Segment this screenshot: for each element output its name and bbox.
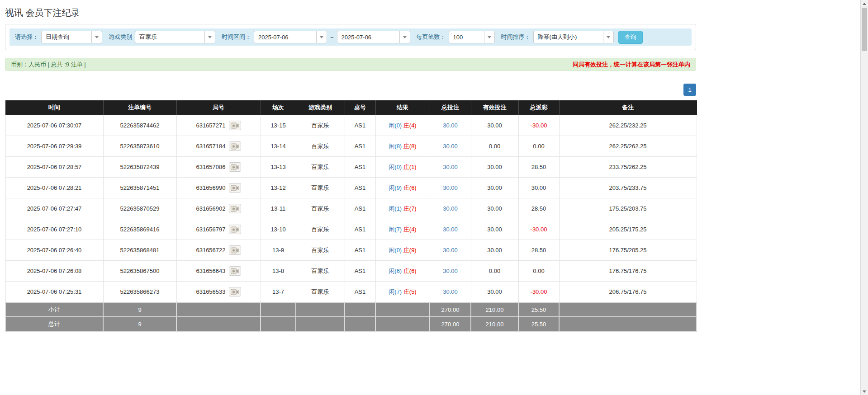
total-bet-link[interactable]: 30.00 — [443, 164, 458, 170]
round-number: 631656902 — [196, 205, 225, 212]
round-cell: 631657271 — [176, 115, 261, 136]
date-to-select[interactable]: 2025-07-06 — [337, 31, 410, 43]
scroll-up-icon[interactable] — [861, 0, 868, 7]
total-bet-link[interactable]: 30.00 — [443, 288, 458, 295]
date-from-select[interactable]: 2025-07-06 — [254, 31, 327, 43]
column-header: 桌号 — [345, 100, 375, 115]
page-size-dropdown-button[interactable] — [484, 31, 494, 43]
footer-payout: 25.50 — [518, 302, 559, 317]
total-bet-link[interactable]: 30.00 — [443, 143, 458, 150]
remark-cell: 205.25/175.25 — [559, 219, 697, 240]
game-type-cell: 百家乐 — [296, 240, 345, 261]
table-id-cell: AS1 — [345, 136, 375, 157]
bet-id-cell: 522635866273 — [103, 282, 176, 303]
time-sort-select[interactable]: 降幂(由大到小) — [533, 31, 614, 43]
table-row: 2025-07-06 07:28:57522635872439631657086… — [5, 157, 697, 178]
payout-cell: -30.00 — [518, 282, 559, 303]
replay-button[interactable] — [229, 121, 241, 130]
round-wrap: 631656797 — [196, 225, 241, 234]
column-header: 有效投注 — [471, 100, 518, 115]
total-bet-cell: 30.00 — [430, 261, 471, 282]
query-button[interactable]: 查询 — [618, 31, 643, 44]
date-from-dropdown-button[interactable] — [316, 31, 327, 43]
replay-button[interactable] — [229, 183, 241, 193]
time-sort-dropdown-button[interactable] — [603, 31, 613, 43]
page-title: 视讯 会员下注纪录 — [5, 7, 696, 19]
remark-cell: 176.75/205.25 — [559, 240, 697, 261]
replay-button[interactable] — [229, 225, 241, 234]
replay-button[interactable] — [229, 204, 241, 213]
column-header: 备注 — [559, 100, 697, 115]
footer-total-bet: 270.00 — [430, 302, 471, 317]
remark-cell: 175.25/203.75 — [559, 198, 697, 219]
time-cell: 2025-07-06 07:28:21 — [5, 178, 103, 198]
query-type-dropdown-button[interactable] — [91, 31, 102, 43]
column-header: 注单编号 — [103, 100, 176, 115]
total-bet-link[interactable]: 30.00 — [443, 268, 458, 274]
scroll-down-icon[interactable] — [861, 388, 868, 395]
footer-valid-bet: 210.00 — [471, 317, 518, 331]
replay-button[interactable] — [229, 245, 241, 255]
total-bet-link[interactable]: 30.00 — [443, 247, 458, 254]
result-cell: 闲(6) 庄(6) — [375, 261, 430, 282]
result-cell: 闲(1) 庄(7) — [375, 198, 430, 219]
banker-result: 庄(4) — [403, 226, 417, 233]
payout-cell: 0.00 — [518, 136, 559, 157]
valid-bet-cell: 30.00 — [471, 240, 518, 261]
round-wrap: 631656722 — [196, 245, 241, 255]
column-header: 场次 — [261, 100, 296, 115]
table-row: 2025-07-06 07:26:08522635867500631656643… — [5, 261, 697, 282]
result-cell: 闲(0) 庄(1) — [375, 157, 430, 178]
total-bet-cell: 30.00 — [430, 198, 471, 219]
total-bet-link[interactable]: 30.00 — [443, 226, 458, 233]
table-id-cell: AS1 — [345, 282, 375, 303]
remark-cell: 233.75/262.25 — [559, 157, 697, 178]
round-cell: 631656990 — [176, 178, 261, 198]
time-cell: 2025-07-06 07:27:10 — [5, 219, 103, 240]
valid-bet-cell: 30.00 — [471, 157, 518, 178]
footer-count: 9 — [103, 302, 176, 317]
game-type-dropdown-button[interactable] — [204, 31, 215, 43]
payout-cell: 28.50 — [518, 157, 559, 178]
currency-summary: 币别：人民币 | 总共 :9 注单 | — [11, 61, 86, 69]
replay-button[interactable] — [229, 141, 241, 151]
page-1-button[interactable]: 1 — [683, 84, 696, 96]
page-size-select[interactable]: 100 — [449, 31, 495, 43]
round-wrap: 631657184 — [196, 141, 241, 151]
replay-button[interactable] — [229, 287, 241, 296]
footer-valid-bet: 210.00 — [471, 302, 518, 317]
chevron-down-icon — [403, 36, 407, 38]
player-result: 闲(0) — [389, 122, 402, 129]
bet-id-cell: 522635870529 — [103, 198, 176, 219]
banker-result: 庄(9) — [403, 247, 417, 254]
video-icon — [231, 247, 239, 254]
table-id-cell: AS1 — [345, 219, 375, 240]
footer-empty-cell — [296, 302, 345, 317]
footer-label: 总计 — [5, 317, 103, 331]
total-bet-link[interactable]: 30.00 — [443, 184, 458, 191]
table-row: 2025-07-06 07:25:31522635866273631656533… — [5, 282, 697, 303]
round-number: 631656797 — [196, 226, 225, 233]
footer-empty-cell — [345, 302, 375, 317]
round-wrap: 631656533 — [196, 287, 241, 296]
table-id-cell: AS1 — [345, 261, 375, 282]
info-bar: 币别：人民币 | 总共 :9 注单 | 同局有效投注，统一计算在该局第一张注单内 — [5, 58, 696, 71]
scrollbar-thumb[interactable] — [862, 8, 867, 51]
round-cell: 631656722 — [176, 240, 261, 261]
vertical-scrollbar[interactable] — [860, 0, 868, 395]
total-bet-link[interactable]: 30.00 — [443, 205, 458, 212]
total-bet-cell: 30.00 — [430, 240, 471, 261]
round-wrap: 631656643 — [196, 266, 241, 276]
total-bet-link[interactable]: 30.00 — [443, 122, 458, 129]
table-header-row: 时间注单编号局号场次游戏类别桌号结果总投注有效投注总派彩备注 — [5, 100, 697, 115]
round-number: 631657184 — [196, 143, 225, 150]
game-type-select[interactable]: 百家乐 — [135, 31, 215, 43]
query-type-select[interactable]: 日期查询 — [41, 31, 102, 43]
valid-bet-cell: 0.00 — [471, 136, 518, 157]
date-to-dropdown-button[interactable] — [399, 31, 410, 43]
round-cell: 631656643 — [176, 261, 261, 282]
bet-records-table: 时间注单编号局号场次游戏类别桌号结果总投注有效投注总派彩备注 2025-07-0… — [5, 100, 697, 332]
replay-button[interactable] — [229, 266, 241, 276]
bet-id-cell: 522635873610 — [103, 136, 176, 157]
replay-button[interactable] — [229, 162, 241, 172]
